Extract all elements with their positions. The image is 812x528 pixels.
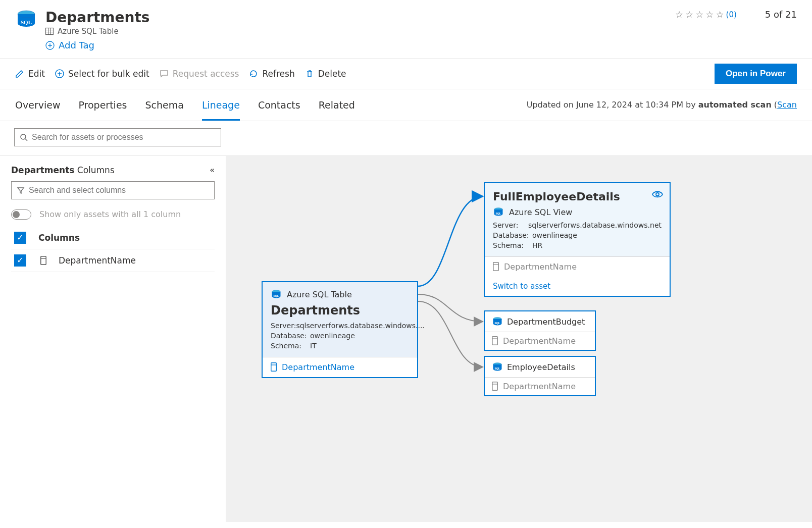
tabs: Overview Properties Schema Lineage Conta… bbox=[0, 89, 812, 121]
column-icon bbox=[492, 382, 498, 391]
plus-icon bbox=[45, 41, 55, 50]
column-icon bbox=[493, 262, 499, 271]
delete-button[interactable]: Delete bbox=[305, 69, 346, 79]
pager-text: 5 of 21 bbox=[765, 9, 797, 20]
tab-related[interactable]: Related bbox=[319, 89, 355, 121]
tab-lineage[interactable]: Lineage bbox=[202, 89, 240, 121]
edit-button[interactable]: Edit bbox=[15, 69, 45, 79]
node-title: DepartmentBudget bbox=[507, 317, 585, 327]
asset-header: Departments Azure SQL Table Add Tag ☆ ☆ … bbox=[0, 0, 812, 59]
toggle-label: Show only assets with all 1 column bbox=[39, 209, 181, 219]
node-column[interactable]: DepartmentName bbox=[263, 357, 417, 377]
columns-header-row[interactable]: ✓ Columns bbox=[11, 227, 215, 249]
open-power-button[interactable]: Open in Power bbox=[715, 64, 797, 84]
node-column[interactable]: DepartmentName bbox=[485, 377, 595, 395]
svg-point-16 bbox=[21, 134, 26, 139]
star-icon: ☆ bbox=[675, 9, 683, 20]
collapse-icon[interactable]: « bbox=[210, 165, 215, 175]
column-icon bbox=[492, 336, 498, 345]
search-box[interactable] bbox=[14, 128, 221, 146]
column-search-input[interactable] bbox=[29, 186, 209, 195]
tab-schema[interactable]: Schema bbox=[145, 89, 183, 121]
column-row[interactable]: ✓ DepartmentName bbox=[11, 249, 215, 272]
svg-line-17 bbox=[25, 139, 27, 141]
svg-point-18 bbox=[656, 193, 659, 196]
search-row bbox=[0, 121, 812, 155]
star-icon: ☆ bbox=[705, 9, 714, 20]
lineage-node-fullemployeedetails[interactable]: FullEmployeeDetails Azure SQL View Serve… bbox=[484, 182, 671, 297]
star-icon: ☆ bbox=[716, 9, 724, 20]
columns-panel: Departments Columns « Show only assets w… bbox=[0, 156, 226, 522]
content: Departments Columns « Show only assets w… bbox=[0, 155, 812, 522]
search-input[interactable] bbox=[32, 133, 216, 142]
rating[interactable]: ☆ ☆ ☆ ☆ ☆ (0) bbox=[675, 9, 737, 20]
asset-title: Departments bbox=[45, 9, 675, 26]
search-icon bbox=[20, 133, 28, 141]
panel-title: Departments Columns bbox=[11, 165, 115, 175]
sql-icon bbox=[492, 362, 503, 373]
switch-to-asset-link[interactable]: Switch to asset bbox=[485, 277, 670, 296]
refresh-icon bbox=[249, 69, 258, 78]
sql-icon bbox=[493, 207, 504, 218]
lineage-node-departments[interactable]: Azure SQL Table Departments Server:sqlse… bbox=[262, 281, 418, 378]
node-title: EmployeeDetails bbox=[507, 362, 575, 372]
asset-type: Azure SQL Table bbox=[45, 27, 675, 36]
toggle-row: Show only assets with all 1 column bbox=[11, 209, 215, 220]
select-bulk-button[interactable]: Select for bulk edit bbox=[55, 69, 149, 79]
tab-properties[interactable]: Properties bbox=[78, 89, 127, 121]
chat-icon bbox=[160, 69, 169, 78]
sql-icon bbox=[492, 316, 503, 328]
star-icon: ☆ bbox=[685, 9, 693, 20]
column-search[interactable] bbox=[11, 181, 215, 199]
request-access-button: Request access bbox=[160, 69, 239, 79]
tab-overview[interactable]: Overview bbox=[15, 89, 60, 121]
refresh-button[interactable]: Refresh bbox=[249, 69, 294, 79]
node-title: Departments bbox=[271, 303, 409, 318]
node-title: FullEmployeeDetails bbox=[493, 190, 662, 203]
rating-count: (0) bbox=[726, 10, 737, 19]
node-column[interactable]: DepartmentName bbox=[485, 332, 595, 350]
eye-icon[interactable] bbox=[651, 189, 664, 202]
node-column[interactable]: DepartmentName bbox=[485, 256, 670, 277]
lineage-node-employeedetails[interactable]: EmployeeDetails DepartmentName bbox=[484, 356, 596, 396]
toggle-show-only[interactable] bbox=[11, 209, 31, 220]
sql-icon bbox=[271, 289, 282, 300]
filter-icon bbox=[17, 186, 25, 194]
table-icon bbox=[45, 27, 54, 35]
sql-icon bbox=[15, 9, 37, 31]
column-icon bbox=[271, 362, 277, 372]
checkbox-icon[interactable]: ✓ bbox=[14, 254, 26, 267]
scan-link[interactable]: Scan bbox=[777, 100, 797, 110]
trash-icon bbox=[305, 69, 314, 78]
lineage-canvas[interactable]: Azure SQL Table Departments Server:sqlse… bbox=[226, 156, 812, 522]
lineage-node-departmentbudget[interactable]: DepartmentBudget DepartmentName bbox=[484, 310, 596, 351]
add-tag-button[interactable]: Add Tag bbox=[45, 40, 94, 50]
updated-text: Updated on June 12, 2024 at 10:34 PM by … bbox=[527, 100, 797, 110]
column-icon bbox=[40, 256, 46, 265]
plus-circle-icon bbox=[55, 69, 64, 78]
checkbox-icon[interactable]: ✓ bbox=[14, 232, 26, 244]
tab-contacts[interactable]: Contacts bbox=[258, 89, 300, 121]
pencil-icon bbox=[15, 69, 24, 78]
star-icon: ☆ bbox=[695, 9, 703, 20]
toolbar: Edit Select for bulk edit Request access… bbox=[0, 59, 812, 89]
